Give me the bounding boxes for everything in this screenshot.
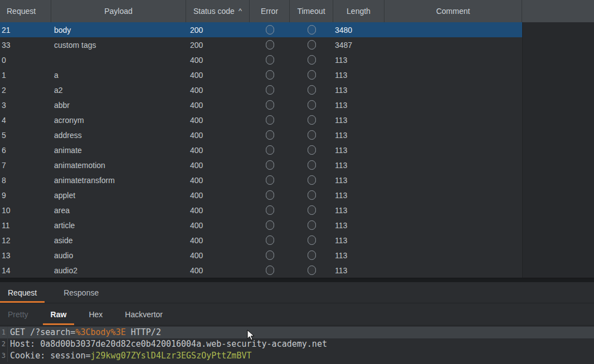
- timeout-checkbox[interactable]: [308, 250, 316, 260]
- table-row[interactable]: 12 aside 400 113: [0, 233, 522, 248]
- timeout-checkbox[interactable]: [308, 25, 316, 35]
- column-header-payload[interactable]: Payload: [51, 0, 186, 22]
- cell-request: 21: [0, 22, 51, 37]
- table-row[interactable]: 11 article 400 113: [0, 218, 522, 233]
- timeout-checkbox[interactable]: [308, 70, 316, 80]
- timeout-checkbox[interactable]: [308, 100, 316, 110]
- timeout-checkbox[interactable]: [308, 145, 316, 155]
- cell-request: 13: [0, 248, 51, 263]
- table-row[interactable]: 8 animatetransform 400 113: [0, 173, 522, 188]
- cell-comment: [384, 203, 522, 218]
- error-checkbox[interactable]: [266, 115, 274, 125]
- timeout-checkbox[interactable]: [308, 205, 316, 215]
- table-row[interactable]: 13 audio 400 113: [0, 248, 522, 263]
- error-checkbox[interactable]: [266, 145, 274, 155]
- error-checkbox[interactable]: [266, 100, 274, 110]
- table-row[interactable]: 21 body 200 3480: [0, 22, 522, 37]
- cell-timeout: [290, 203, 333, 218]
- table-row[interactable]: 3 abbr 400 113: [0, 97, 522, 112]
- table-scroll-area[interactable]: [522, 22, 594, 278]
- error-checkbox[interactable]: [266, 175, 274, 185]
- line-number: 3: [0, 350, 7, 362]
- cell-error: [250, 142, 290, 158]
- cell-length: 113: [333, 52, 384, 67]
- error-checkbox[interactable]: [266, 70, 274, 80]
- tab-hackvertor[interactable]: Hackvertor: [117, 305, 171, 325]
- error-checkbox[interactable]: [266, 25, 274, 35]
- timeout-checkbox[interactable]: [308, 130, 316, 140]
- cell-status-code: 400: [186, 173, 250, 188]
- tab-request[interactable]: Request: [0, 284, 45, 303]
- cell-length: 113: [333, 142, 384, 158]
- column-header-status-code[interactable]: Status code ^: [186, 0, 250, 22]
- table-row[interactable]: 9 applet 400 113: [0, 188, 522, 203]
- cell-payload: aside: [51, 233, 186, 248]
- table-row[interactable]: 2 a2 400 113: [0, 82, 522, 97]
- column-header-comment[interactable]: Comment: [384, 0, 522, 22]
- timeout-checkbox[interactable]: [308, 175, 316, 185]
- error-checkbox[interactable]: [266, 190, 274, 200]
- column-header-request[interactable]: Request: [0, 0, 51, 22]
- error-checkbox[interactable]: [266, 160, 274, 170]
- timeout-checkbox[interactable]: [308, 160, 316, 170]
- error-checkbox[interactable]: [266, 55, 274, 65]
- cell-comment: [384, 97, 522, 112]
- timeout-checkbox[interactable]: [308, 55, 316, 65]
- cell-status-code: 400: [186, 82, 250, 97]
- table-row[interactable]: 14 audio2 400 113: [0, 263, 522, 278]
- cell-request: 6: [0, 142, 51, 158]
- error-checkbox[interactable]: [266, 265, 274, 275]
- cell-comment: [384, 112, 522, 127]
- error-checkbox[interactable]: [266, 250, 274, 260]
- column-header-timeout[interactable]: Timeout: [290, 0, 333, 22]
- cell-error: [250, 158, 290, 173]
- tab-pretty[interactable]: Pretty: [0, 305, 36, 325]
- line-code: Host: 0a8d00b3037de20d82ce0b420016004a.w…: [7, 338, 327, 350]
- cell-request: 10: [0, 203, 51, 218]
- cell-request: 9: [0, 188, 51, 203]
- cell-length: 3480: [333, 22, 384, 37]
- error-checkbox[interactable]: [266, 235, 274, 245]
- table-row[interactable]: 0 400 113: [0, 52, 522, 67]
- timeout-checkbox[interactable]: [308, 40, 316, 50]
- timeout-checkbox[interactable]: [308, 220, 316, 230]
- editor-line: 1 GET /?search=%3Cbody%3E HTTP/2: [0, 327, 594, 338]
- cell-length: 113: [333, 173, 384, 188]
- error-checkbox[interactable]: [266, 40, 274, 50]
- cell-comment: [384, 67, 522, 82]
- error-checkbox[interactable]: [266, 85, 274, 95]
- cell-payload: a2: [51, 82, 186, 97]
- table-row[interactable]: 10 area 400 113: [0, 203, 522, 218]
- tab-hex[interactable]: Hex: [81, 305, 110, 325]
- error-checkbox[interactable]: [266, 205, 274, 215]
- cell-error: [250, 97, 290, 112]
- tab-raw[interactable]: Raw: [43, 305, 75, 325]
- table-body: 21 body 200 3480 33 custom tags 200 3487…: [0, 22, 522, 278]
- table-row[interactable]: 6 animate 400 113: [0, 142, 522, 158]
- timeout-checkbox[interactable]: [308, 85, 316, 95]
- error-checkbox[interactable]: [266, 130, 274, 140]
- error-checkbox[interactable]: [266, 220, 274, 230]
- tab-response[interactable]: Response: [56, 284, 106, 303]
- request-editor[interactable]: 1 GET /?search=%3Cbody%3E HTTP/2 2 Host:…: [0, 326, 594, 364]
- timeout-checkbox[interactable]: [308, 190, 316, 200]
- cell-error: [250, 233, 290, 248]
- column-header-length[interactable]: Length: [333, 0, 384, 22]
- cell-comment: [384, 37, 522, 52]
- cell-error: [250, 188, 290, 203]
- table-row[interactable]: 5 address 400 113: [0, 127, 522, 142]
- timeout-checkbox[interactable]: [308, 265, 316, 275]
- cell-error: [250, 22, 290, 37]
- table-row[interactable]: 7 animatemotion 400 113: [0, 158, 522, 173]
- cell-status-code: 400: [186, 67, 250, 82]
- cell-error: [250, 173, 290, 188]
- panel-splitter[interactable]: [0, 278, 594, 282]
- table-row[interactable]: 4 acronym 400 113: [0, 112, 522, 127]
- cell-status-code: 400: [186, 218, 250, 233]
- column-header-error[interactable]: Error: [250, 0, 290, 22]
- cell-timeout: [290, 22, 333, 37]
- table-row[interactable]: 1 a 400 113: [0, 67, 522, 82]
- table-row[interactable]: 33 custom tags 200 3487: [0, 37, 522, 52]
- timeout-checkbox[interactable]: [308, 235, 316, 245]
- timeout-checkbox[interactable]: [308, 115, 316, 125]
